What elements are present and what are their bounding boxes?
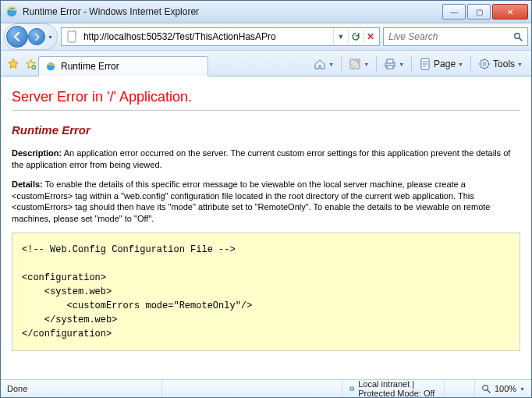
- forward-button[interactable]: [28, 28, 45, 45]
- svg-point-14: [483, 385, 488, 390]
- tab-toolbar: Runtime Error ▼ ▼ ▼ Page▼ Tools▼: [1, 51, 531, 76]
- window-titlebar: Runtime Error - Windows Internet Explore…: [1, 1, 531, 23]
- minimize-button[interactable]: —: [442, 4, 466, 20]
- separator: [376, 56, 377, 72]
- home-button[interactable]: ▼: [310, 55, 338, 73]
- security-zone: Local intranet | Protected Mode: Off: [342, 380, 445, 397]
- zoom-value: 100%: [495, 384, 516, 393]
- status-empty: [162, 380, 342, 397]
- svg-rect-8: [387, 59, 393, 63]
- tab-label: Runtime Error: [61, 61, 119, 72]
- tools-menu-label: Tools: [493, 59, 515, 69]
- page-content: Server Error in '/' Application. Runtime…: [1, 76, 531, 379]
- svg-rect-9: [387, 66, 393, 69]
- error-subheading: Runtime Error: [12, 123, 520, 137]
- details-paragraph: Details: To enable the details of this s…: [12, 179, 520, 225]
- separator: [470, 56, 471, 72]
- nav-buttons-group: ▼: [4, 23, 58, 50]
- search-icon[interactable]: [510, 32, 526, 42]
- ie-icon: [45, 61, 56, 72]
- tools-menu-button[interactable]: Tools▼: [474, 55, 527, 73]
- feeds-button[interactable]: ▼: [345, 55, 373, 73]
- zone-icon: [349, 383, 355, 394]
- page-menu-label: Page: [434, 59, 456, 69]
- search-input[interactable]: [385, 29, 510, 44]
- tab-strip: Runtime Error: [38, 52, 310, 76]
- status-spacer: [445, 380, 475, 397]
- config-code-sample: <!-- Web.Config Configuration File --> <…: [12, 233, 520, 351]
- zoom-control[interactable]: 100% ▼: [475, 384, 531, 394]
- tab-active[interactable]: Runtime Error: [38, 56, 208, 76]
- status-bar: Done Local intranet | Protected Mode: Of…: [1, 379, 531, 397]
- description-paragraph: Description: An application error occurr…: [12, 147, 520, 171]
- ie-icon: [5, 5, 18, 18]
- zoom-dropdown[interactable]: ▼: [520, 386, 525, 392]
- maximize-button[interactable]: ▢: [467, 4, 491, 20]
- page-menu-button[interactable]: Page▼: [415, 55, 467, 73]
- back-button[interactable]: [6, 26, 28, 48]
- address-dropdown[interactable]: ▼: [333, 29, 348, 44]
- status-progress: Done: [1, 380, 162, 397]
- address-input[interactable]: [82, 29, 333, 44]
- print-button[interactable]: ▼: [380, 55, 408, 73]
- separator: [341, 56, 342, 72]
- page-icon: [66, 30, 79, 43]
- refresh-button[interactable]: [348, 29, 363, 44]
- zoom-icon: [481, 384, 491, 394]
- address-bar: ▼ ✕: [61, 27, 380, 46]
- svg-point-2: [514, 33, 520, 38]
- description-label: Description:: [12, 148, 62, 158]
- description-text: An application error occurred on the ser…: [12, 148, 510, 169]
- close-button[interactable]: ✕: [492, 4, 528, 20]
- svg-point-6: [351, 66, 353, 68]
- svg-rect-5: [349, 59, 360, 69]
- details-text: To enable the details of this specific e…: [12, 179, 490, 224]
- svg-point-12: [483, 62, 486, 66]
- add-favorites-button[interactable]: [23, 52, 38, 76]
- separator: [411, 56, 412, 72]
- stop-button[interactable]: ✕: [363, 29, 378, 44]
- command-bar: ▼ ▼ ▼ Page▼ Tools▼: [310, 52, 528, 76]
- error-heading: Server Error in '/' Application.: [12, 89, 520, 111]
- window-title: Runtime Error - Windows Internet Explore…: [23, 6, 441, 17]
- favorites-button[interactable]: [4, 52, 23, 76]
- search-box: [383, 27, 528, 46]
- navigation-bar: ▼ ▼ ✕: [1, 23, 531, 51]
- nav-history-dropdown[interactable]: ▼: [45, 34, 55, 40]
- details-label: Details:: [12, 179, 43, 189]
